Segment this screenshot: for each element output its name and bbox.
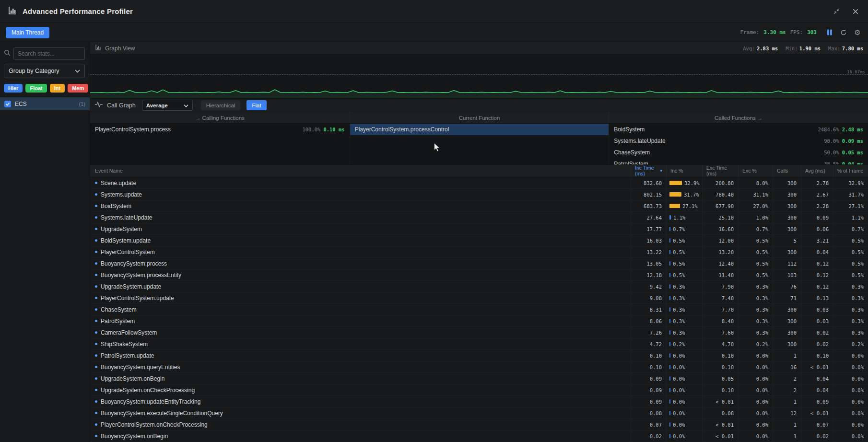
calls-cell: 300	[773, 189, 801, 200]
exc-time-cell: 7.40	[702, 292, 738, 303]
function-name: ChaseSystem	[614, 149, 650, 156]
event-name: PlayerControlSystem.onCheckProcessing	[101, 421, 208, 428]
header-inc-time[interactable]: Inc Time (ms)▾	[631, 165, 666, 177]
inc-pct-cell: 0.0%	[666, 361, 702, 372]
main-thread-tab[interactable]: Main Thread	[6, 27, 49, 38]
chevron-down-icon	[75, 68, 80, 74]
inc-pct-value: 0.3%	[673, 307, 685, 313]
frame-pct-cell: 0.5%	[833, 235, 868, 246]
table-row[interactable]: PlayerControlSystem13.220.5%13.200.5%300…	[90, 246, 868, 258]
call-graph-item[interactable]: PlayerControlSystem.process100.0%0.10 ms	[90, 124, 350, 135]
event-name: BuoyancySystem.executeSingleConditionQue…	[101, 410, 223, 417]
event-dot-icon	[95, 216, 97, 219]
table-row[interactable]: BuoyancySystem.process13.050.5%12.400.5%…	[90, 258, 868, 269]
call-graph-item[interactable]: Systems.lateUpdate90.0%0.09 ms	[609, 135, 868, 147]
table-row[interactable]: Scene.update832.6032.9%200.808.0%3002.78…	[90, 177, 868, 189]
header-exc-time[interactable]: Exc Time (ms)	[702, 165, 738, 177]
event-dot-icon	[95, 308, 97, 311]
table-row[interactable]: PatrolSystem.update0.100.0%0.100.0%10.10…	[90, 350, 868, 361]
inc-pct-bar	[669, 342, 670, 346]
inc-time-cell: 13.22	[631, 246, 666, 257]
avg-cell: 0.12	[801, 281, 833, 292]
inc-pct-cell: 32.9%	[666, 177, 702, 188]
refresh-icon[interactable]	[839, 28, 848, 37]
table-row[interactable]: PlayerControlSystem.onCheckProcessing0.0…	[90, 419, 868, 430]
filter-badge-float[interactable]: Float	[25, 84, 47, 93]
gear-icon[interactable]: ⚙	[853, 28, 862, 37]
flat-button[interactable]: Flat	[246, 100, 266, 110]
avg-cell: 0.12	[801, 258, 833, 269]
inc-pct-bar	[669, 296, 670, 300]
table-row[interactable]: ChaseSystem8.310.3%7.700.3%3000.030.3%	[90, 304, 868, 315]
inc-pct-cell: 1.1%	[666, 212, 702, 223]
table-row[interactable]: Systems.update802.1531.7%780.4031.1%3002…	[90, 189, 868, 200]
inc-pct-value: 31.7%	[684, 192, 699, 198]
inc-pct-value: 0.0%	[673, 353, 685, 359]
filter-badge-hier[interactable]: Hier	[4, 84, 23, 93]
minimize-icon[interactable]	[832, 7, 841, 16]
table-row[interactable]: UpgradeSystem.onCheckProcessing0.090.0%0…	[90, 384, 868, 396]
header-calls[interactable]: Calls	[773, 165, 801, 177]
inc-pct-cell: 27.1%	[666, 200, 702, 211]
call-graph-mode-select[interactable]: Average	[142, 100, 193, 111]
inc-pct-bar	[669, 365, 670, 369]
table-row[interactable]: BuoyancySystem.processEntity12.180.5%11.…	[90, 269, 868, 281]
event-name: UpgradeSystem.onCheckProcessing	[101, 387, 195, 394]
sidebar-item-ecs[interactable]: ECS (1)	[0, 97, 90, 110]
table-row[interactable]: BuoyancySystem.executeSingleConditionQue…	[90, 407, 868, 419]
table-row[interactable]: BoidSystem683.7327.1%677.9027.0%3002.282…	[90, 200, 868, 212]
exc-pct-cell: 0.3%	[738, 292, 773, 303]
call-graph-item[interactable]: ChaseSystem50.0%0.05 ms	[609, 147, 868, 158]
table-row[interactable]: CameraFollowSystem7.260.3%7.600.3%3000.0…	[90, 327, 868, 338]
header-event-name[interactable]: Event Name	[90, 165, 631, 177]
inc-pct-bar	[669, 284, 670, 289]
table-row[interactable]: UpgradeSystem.update9.420.3%7.900.3%760.…	[90, 281, 868, 292]
pause-icon[interactable]	[825, 28, 834, 37]
profiler-window: Advanced Performance Profiler Main Threa…	[0, 0, 868, 442]
frame-pct-cell: 0.5%	[833, 246, 868, 257]
table-row[interactable]: ShipShakeSystem4.720.2%4.700.2%3000.020.…	[90, 338, 868, 350]
inc-pct-bar	[669, 388, 670, 392]
checkbox-checked-icon[interactable]	[4, 101, 11, 107]
header-exc-pct[interactable]: Exc %	[738, 165, 773, 177]
current-function-item[interactable]: PlayerControlSystem.processControl	[350, 124, 609, 135]
avg-cell: 0.13	[801, 292, 833, 303]
table-row[interactable]: PatrolSystem8.060.3%8.400.3%3000.030.3%	[90, 315, 868, 327]
inc-pct-value: 1.1%	[673, 215, 685, 221]
function-time: 0.10 ms	[323, 127, 344, 132]
inc-pct-cell: 0.3%	[666, 327, 702, 338]
function-percent: 38.5%	[824, 161, 839, 164]
frame-pct-cell: 0.5%	[833, 258, 868, 269]
thread-toolbar: Main Thread Frame: 3.30 ms FPS: 303 ⚙	[0, 23, 868, 42]
call-graph-item[interactable]: BoidSystem2484.6%2.48 ms	[609, 124, 868, 135]
table-row[interactable]: BoidSystem.update16.030.5%12.000.5%53.21…	[90, 235, 868, 246]
table-row[interactable]: BuoyancySystem.updateEntityTracking0.090…	[90, 396, 868, 407]
header-frame-pct[interactable]: % of Frame	[833, 165, 868, 177]
header-avg[interactable]: Avg (ms)	[801, 165, 833, 177]
exc-pct-cell: 0.5%	[738, 269, 773, 280]
exc-pct-cell: 31.1%	[738, 189, 773, 200]
inc-pct-value: 0.5%	[673, 249, 685, 255]
hierarchical-button[interactable]: Hierarchical	[201, 100, 241, 110]
header-inc-pct[interactable]: Inc %	[666, 165, 702, 177]
main-panel: Graph View Avg: 2.83 ms Min: 1.90 ms Max…	[90, 42, 868, 442]
filter-badge-int[interactable]: Int	[50, 84, 65, 93]
table-row[interactable]: PlayerControlSystem.update9.080.3%7.400.…	[90, 292, 868, 304]
filter-badge-mem[interactable]: Mem	[68, 84, 88, 93]
call-graph-item[interactable]: PatrolSystem38.5%0.04 ms	[609, 158, 868, 164]
min-label: Min:	[786, 46, 798, 51]
group-by-select[interactable]: Group by Category	[4, 64, 85, 78]
table-row[interactable]: BuoyancySystem.queryEntities0.100.0%0.10…	[90, 361, 868, 373]
close-icon[interactable]	[851, 7, 860, 16]
table-row[interactable]: Systems.lateUpdate27.641.1%25.101.0%3000…	[90, 212, 868, 223]
table-row[interactable]: UpgradeSystem17.770.7%16.600.7%3000.060.…	[90, 223, 868, 235]
inc-time-cell: 832.60	[631, 177, 666, 188]
table-row[interactable]: UpgradeSystem.onBegin0.090.0%0.050.0%20.…	[90, 373, 868, 384]
frame-pct-cell: 0.0%	[833, 419, 868, 430]
event-name-cell: PatrolSystem.update	[90, 350, 631, 361]
frame-time-graph[interactable]: 16.67ms	[90, 55, 868, 99]
inc-pct-bar	[669, 181, 682, 185]
table-row[interactable]: BuoyancySystem.onBegin0.020.0%< 0.010.0%…	[90, 430, 868, 442]
event-name-cell: UpgradeSystem.onCheckProcessing	[90, 384, 631, 395]
search-input[interactable]	[13, 47, 85, 60]
